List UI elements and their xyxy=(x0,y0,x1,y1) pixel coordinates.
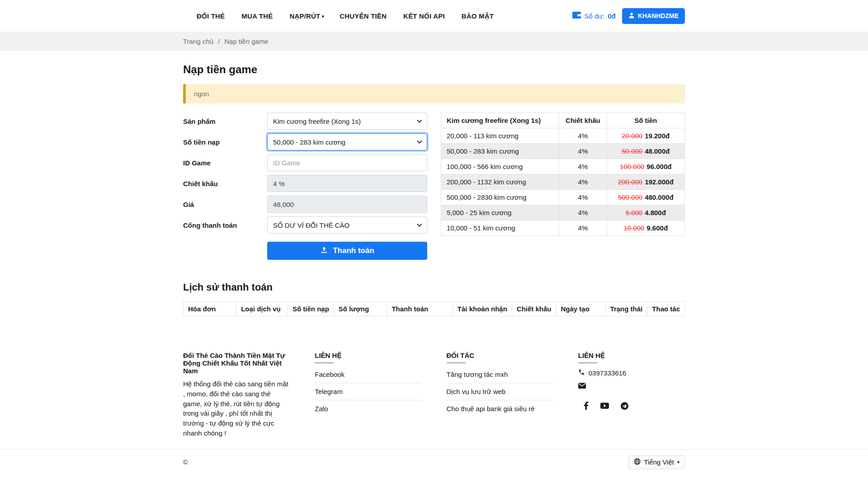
history-column-header: Thao tác xyxy=(647,302,685,316)
footer-link[interactable]: Facebook xyxy=(315,366,421,383)
product-select[interactable]: Kim cương freefire (Xong 1s) xyxy=(267,113,427,130)
page-title: Nạp tiền game xyxy=(183,63,685,76)
footer-link[interactable]: Tăng tương tác mxh xyxy=(447,366,553,383)
footer-about-text: Hệ thống đổi thẻ cào sang tiền mặt , mom… xyxy=(183,379,290,438)
copyright: © xyxy=(183,459,188,466)
pricing-product: 200,000 - 1132 kim cương xyxy=(441,174,559,190)
pricing-product: 100,000 - 566 kim cương xyxy=(441,159,559,174)
history-column-header: Loại dịch vụ xyxy=(236,302,288,316)
pricing-row: 50,000 - 283 kim cương 4% 50.00048.000đ xyxy=(441,144,685,159)
footer-contact-title: LIÊN HỆ xyxy=(315,352,421,363)
breadcrumb-home[interactable]: Trang chủ xyxy=(183,38,213,45)
pricing-discount: 4% xyxy=(559,205,607,221)
alert-text: ngon xyxy=(194,90,209,98)
footer-about-title: Đổi Thẻ Cào Thành Tiền Mặt Tự Động Chiết… xyxy=(183,352,290,375)
balance-display[interactable]: Số dư: 0đ xyxy=(572,12,616,20)
globe-icon xyxy=(634,458,641,466)
footer-link[interactable]: Telegram xyxy=(315,383,421,400)
pricing-product: 500,000 - 2830 kim cương xyxy=(441,190,559,205)
footer-link[interactable]: Cho thuê api bank giá siêu rẻ xyxy=(447,400,553,417)
price-input xyxy=(267,196,427,213)
history-column-header: Chiết khấu xyxy=(512,302,556,316)
footer-link[interactable]: Dịch vụ lưu trữ web xyxy=(447,383,553,400)
pricing-amount: 100.00096.000đ xyxy=(607,159,685,174)
pricing-row: 5,000 - 25 kim cương 4% 5.0004.800đ xyxy=(441,205,685,221)
youtube-icon[interactable] xyxy=(600,402,609,410)
phone-row[interactable]: 0397333616 xyxy=(578,369,685,377)
main-nav: ĐỔI THẺ MUA THẺ NẠP/RÚT▾ CHUYỂN TIỀN KẾT… xyxy=(197,12,495,20)
user-account-button[interactable]: KHANHDZME xyxy=(622,8,685,24)
pricing-discount: 4% xyxy=(559,128,607,144)
breadcrumb: Trang chủ / Nạp tiền game xyxy=(183,38,685,45)
history-column-header: Số tiền nạp xyxy=(288,302,334,316)
footer-contact2-title: LIÊN HỆ xyxy=(578,352,685,363)
balance-label: Số dư: xyxy=(584,12,604,20)
pricing-col-discount: Chiết khấu xyxy=(559,113,607,128)
pricing-product: 20,000 - 113 kim cương xyxy=(441,128,559,144)
pricing-amount: 5.0004.800đ xyxy=(607,205,685,221)
envelope-icon xyxy=(578,382,586,390)
idgame-label: ID Game xyxy=(183,159,267,167)
notice-alert: ngon xyxy=(183,84,685,103)
pay-button[interactable]: Thanh toán xyxy=(267,242,427,260)
old-price: 50.000 xyxy=(622,147,642,155)
nav-item[interactable]: KẾT NỐI API xyxy=(403,12,446,20)
history-column-header: Ngày tạo xyxy=(556,302,605,316)
user-icon xyxy=(628,12,635,20)
old-price: 10.000 xyxy=(623,224,644,232)
history-column-header: Thanh toán xyxy=(387,302,453,316)
breadcrumb-current: Nạp tiền game xyxy=(224,38,269,45)
nav-item[interactable]: NẠP/RÚT▾ xyxy=(289,12,324,20)
footer-partners-title: ĐỐI TÁC xyxy=(447,352,553,363)
amount-select[interactable]: 50,000 - 283 kim cương xyxy=(267,133,427,150)
social-icons xyxy=(578,402,685,410)
new-price: 9.600đ xyxy=(646,224,668,232)
history-column-header: Tài khoản nhận xyxy=(453,302,512,316)
nav-item[interactable]: CHUYỂN TIỀN xyxy=(340,12,388,20)
phone-number: 0397333616 xyxy=(589,369,626,377)
pricing-discount: 4% xyxy=(559,144,607,159)
price-label: Giá xyxy=(183,201,267,208)
footer-contact-info: LIÊN HỆ 0397333616 xyxy=(578,352,685,438)
topup-form: Sản phẩm Kim cương freefire (Xong 1s) Số… xyxy=(183,113,427,260)
chevron-down-icon: ▾ xyxy=(322,14,325,19)
pricing-product: 5,000 - 25 kim cương xyxy=(441,205,559,221)
old-price: 500.000 xyxy=(618,193,642,201)
top-nav-bar: ĐỔI THẺ MUA THẺ NẠP/RÚT▾ CHUYỂN TIỀN KẾT… xyxy=(0,0,868,32)
old-price: 20.000 xyxy=(622,132,642,140)
nav-item[interactable]: BẢO MẬT xyxy=(462,12,495,20)
history-column-header: Số lượng xyxy=(334,302,387,316)
email-row[interactable] xyxy=(578,382,685,390)
old-price: 100.000 xyxy=(620,163,644,170)
chevron-down-icon: ▾ xyxy=(677,460,679,465)
footer-link[interactable]: Zalo xyxy=(315,400,421,417)
pricing-col-product: Kim cương freefire (Xong 1s) xyxy=(441,113,559,128)
discount-input xyxy=(267,175,427,192)
footer: Đổi Thẻ Cào Thành Tiền Mặt Tự Động Chiết… xyxy=(0,352,868,479)
breadcrumb-bar: Trang chủ / Nạp tiền game xyxy=(0,32,868,51)
new-price: 4.800đ xyxy=(645,209,666,216)
pricing-amount: 10.0009.600đ xyxy=(607,221,685,236)
gateway-select[interactable]: SỐ DƯ VÍ ĐỔI THẺ CÀO xyxy=(267,216,427,234)
pricing-discount: 4% xyxy=(559,159,607,174)
idgame-input[interactable] xyxy=(267,154,427,171)
old-price: 200.000 xyxy=(618,178,642,186)
breadcrumb-separator: / xyxy=(218,38,220,45)
pricing-amount: 200.000192.000đ xyxy=(607,174,685,190)
telegram-icon[interactable] xyxy=(621,402,628,410)
pricing-col-amount: Số tiền xyxy=(607,113,685,128)
pricing-row: 200,000 - 1132 kim cương 4% 200.000192.0… xyxy=(441,174,685,190)
language-selector[interactable]: Tiếng Việt ▾ xyxy=(628,455,685,469)
balance-value: 0đ xyxy=(608,12,616,20)
pricing-amount: 20.00019.200đ xyxy=(607,128,685,144)
pricing-row: 500,000 - 2830 kim cương 4% 500.000480.0… xyxy=(441,190,685,205)
product-label: Sản phẩm xyxy=(183,117,267,125)
new-price: 48.000đ xyxy=(645,147,670,155)
footer-about: Đổi Thẻ Cào Thành Tiền Mặt Tự Động Chiết… xyxy=(183,352,290,438)
nav-item[interactable]: ĐỔI THẺ xyxy=(197,12,226,20)
new-price: 192.000đ xyxy=(645,178,673,186)
new-price: 96.000đ xyxy=(646,163,671,170)
nav-item[interactable]: MUA THẺ xyxy=(241,12,274,20)
facebook-icon[interactable] xyxy=(584,402,589,410)
upload-icon xyxy=(320,246,328,256)
